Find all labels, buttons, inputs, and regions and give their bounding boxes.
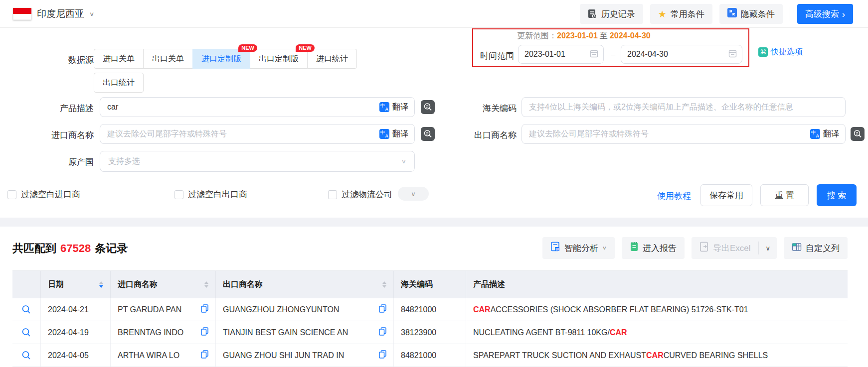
row-detail-search-button[interactable]: [21, 328, 31, 338]
hide-conditions-label: 隐藏条件: [741, 8, 775, 20]
result-prefix: 共匹配到: [12, 242, 56, 254]
topbar-divider: [790, 7, 790, 21]
quick-options-label: 快捷选项: [771, 47, 803, 57]
cell-importer: PT GARUDA PAN: [118, 305, 181, 314]
fuzzy-match-toggle[interactable]: [851, 127, 865, 141]
datasource-label: 数据源: [4, 54, 94, 66]
calendar-icon: [590, 49, 598, 60]
tab-import-declaration[interactable]: 进口关单: [94, 49, 144, 69]
topbar: 印度尼西亚 ∨ 历史记录 ★ 常用条件 隐藏条件 高级搜索: [0, 0, 868, 28]
translate-icon: 中A: [379, 129, 389, 139]
importer-label: 进口商名称: [4, 129, 94, 141]
start-date-value: 2023-01-01: [524, 50, 590, 59]
result-suffix: 条记录: [95, 242, 128, 254]
tutorial-link[interactable]: 使用教程: [657, 190, 691, 202]
cell-product-desc: CAR ACCESSORIES (SHOCK ABSORBER FLAT BEA…: [466, 298, 848, 321]
product-desc-label: 产品描述: [4, 103, 94, 114]
search-button[interactable]: 搜 索: [817, 184, 857, 206]
new-badge: NEW: [296, 44, 315, 52]
copy-icon[interactable]: [379, 304, 386, 315]
report-icon: [630, 242, 639, 254]
star-icon: ★: [658, 9, 667, 19]
new-badge: NEW: [238, 44, 257, 52]
cell-product-desc: NUCLEATING AGENT BT-9811 10KG/CAR: [466, 321, 848, 344]
chevron-down-icon: ∨: [411, 190, 416, 198]
tab-import-statistics[interactable]: 进口统计: [307, 49, 357, 69]
filter-blank-importer-checkbox[interactable]: 过滤空白进口商: [7, 189, 80, 200]
header-exporter: 出口商名称: [216, 271, 394, 298]
update-range-end: 2024-04-30: [610, 31, 651, 40]
datasource-tabs: 进口关单 出口关单 进口定制版 NEW 出口定制版 NEW 进口统计: [94, 49, 357, 69]
country-selector[interactable]: 印度尼西亚 ∨: [37, 0, 94, 28]
translate-button[interactable]: 中A 翻译: [379, 129, 414, 139]
export-icon: [699, 242, 709, 254]
update-range-to: 至: [600, 31, 608, 40]
quick-options-link[interactable]: ⌘ 快捷选项: [758, 47, 803, 57]
hs-code-input[interactable]: [522, 98, 845, 117]
origin-country-select[interactable]: 支持多选 ∨: [100, 151, 415, 172]
start-date-input[interactable]: 2023-01-01: [518, 45, 604, 64]
history-label: 历史记录: [601, 8, 635, 20]
cell-importer: ARTHA WIRA LO: [118, 351, 179, 360]
importer-field: 中A 翻译: [100, 124, 415, 144]
export-excel-group: 导出Excel ∨: [692, 237, 777, 259]
sort-control-date[interactable]: [94, 279, 103, 290]
copy-icon[interactable]: [201, 350, 208, 361]
table-row: 2024-04-05 ARTHA WIRA LO GUANG ZHOU SHI …: [12, 344, 848, 367]
row-detail-search-button[interactable]: [21, 351, 31, 361]
translate-button[interactable]: 中A 翻译: [379, 102, 414, 113]
export-excel-button[interactable]: 导出Excel: [692, 242, 759, 254]
table-header-row: 日期 进口商名称 出口商名称 海关编码 产品描述: [12, 271, 848, 298]
section-separator: [0, 218, 868, 227]
sort-control-exporter[interactable]: [377, 279, 386, 290]
tab-export-statistics[interactable]: 出口统计: [94, 73, 144, 93]
copy-icon[interactable]: [379, 350, 386, 361]
product-desc-field: 中A 翻译: [100, 97, 415, 117]
hs-code-field: [521, 97, 846, 117]
copy-icon[interactable]: [379, 327, 386, 338]
expand-form-button[interactable]: ∨: [398, 187, 429, 201]
tab-export-declaration[interactable]: 出口关单: [143, 49, 193, 69]
copy-icon[interactable]: [201, 304, 208, 315]
favorites-label: 常用条件: [671, 8, 704, 20]
favorites-button[interactable]: ★ 常用条件: [650, 4, 712, 24]
indonesia-flag-icon: [13, 8, 31, 20]
header-date: 日期: [41, 271, 111, 298]
cell-date: 2024-04-05: [41, 344, 111, 367]
advanced-search-button[interactable]: 高级搜索 ›: [797, 4, 853, 24]
row-detail-search-button[interactable]: [21, 305, 31, 315]
export-options-button[interactable]: ∨: [759, 237, 777, 259]
end-date-input[interactable]: 2024-04-30: [621, 45, 742, 64]
smart-analysis-button[interactable]: BI 智能分析 ∨: [542, 237, 615, 259]
product-desc-input[interactable]: [100, 98, 379, 117]
chevron-down-icon: ∨: [89, 11, 94, 17]
exporter-input[interactable]: [522, 124, 810, 143]
enter-report-button[interactable]: 进入报告: [622, 237, 685, 259]
filter-logistics-checkbox[interactable]: 过滤物流公司: [328, 189, 392, 200]
copy-icon[interactable]: [201, 327, 208, 338]
result-count-line: 共匹配到67528条记录: [12, 241, 128, 256]
history-button[interactable]: 历史记录: [580, 4, 643, 24]
header-hs-code: 海关编码: [394, 271, 466, 298]
table-row: 2024-04-21 PT GARUDA PAN GUANGZHOU ZHONG…: [12, 298, 848, 321]
header-importer: 进口商名称: [111, 271, 216, 298]
origin-country-placeholder: 支持多选: [108, 156, 401, 167]
date-range-dash: –: [607, 45, 620, 64]
update-range-label: 更新范围：: [517, 31, 557, 40]
filter-blank-exporter-checkbox[interactable]: 过滤空白出口商: [174, 189, 247, 200]
cell-exporter: GUANG ZHOU SHI JUN TRAD IN: [223, 351, 344, 360]
tab-import-custom[interactable]: 进口定制版 NEW: [192, 49, 250, 69]
custom-columns-button[interactable]: 自定义列: [784, 237, 848, 259]
update-range-start: 2023-01-01: [557, 31, 598, 40]
hide-conditions-button[interactable]: 隐藏条件: [719, 4, 783, 24]
save-conditions-button[interactable]: 保存常用: [700, 184, 752, 206]
cell-hs-code: 84821000: [394, 344, 466, 367]
sort-control-importer[interactable]: [199, 279, 208, 290]
tab-export-custom[interactable]: 出口定制版 NEW: [250, 49, 308, 69]
translate-button[interactable]: 中A 翻译: [810, 129, 845, 139]
cell-hs-code: 84821000: [394, 298, 466, 321]
importer-input[interactable]: [100, 124, 379, 143]
command-icon: ⌘: [758, 47, 768, 57]
chevron-down-icon: ∨: [401, 158, 406, 165]
reset-button[interactable]: 重 置: [760, 184, 809, 206]
